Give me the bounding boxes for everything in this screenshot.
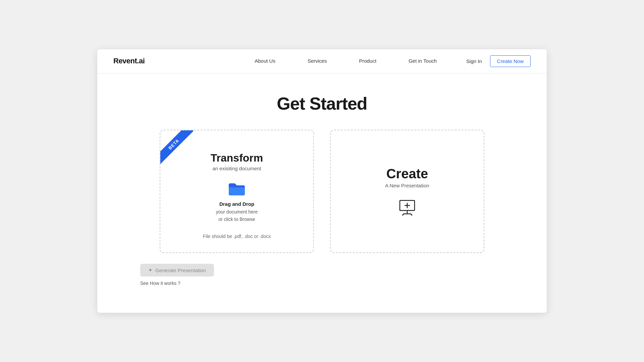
create-title: Create	[386, 166, 428, 181]
page-title: Get Started	[119, 94, 525, 114]
folder-icon	[228, 182, 246, 196]
see-how-link[interactable]: See How it works ?	[140, 281, 180, 286]
svg-line-6	[411, 214, 412, 215]
beta-badge: BETA	[160, 130, 194, 164]
sign-in-button[interactable]: Sign In	[464, 58, 485, 64]
main-content: Get Started BETA Transform an exisiting …	[97, 73, 547, 313]
generate-label: Generate Presentation	[155, 267, 206, 273]
nav-actions: Sign In Create Now	[464, 55, 531, 67]
drag-drop-zone[interactable]: Drag and Drop your document here or clic…	[216, 182, 258, 223]
nav-get-in-touch[interactable]: Get in Touch	[392, 49, 453, 73]
transform-subtitle: an exisiting document	[212, 166, 261, 171]
cards-row: BETA Transform an exisiting document Dra…	[119, 130, 525, 253]
presentation-add-icon	[398, 198, 417, 217]
generate-presentation-button[interactable]: ✦ Generate Presentation	[140, 264, 214, 277]
drag-drop-sub2: or click to Browse	[218, 216, 255, 223]
svg-line-5	[402, 214, 404, 215]
create-now-button[interactable]: Create Now	[490, 55, 531, 67]
logo[interactable]: Revent.ai	[113, 57, 145, 65]
generate-icon: ✦	[148, 267, 153, 273]
bottom-area: ✦ Generate Presentation See How it works…	[119, 264, 525, 286]
transform-card[interactable]: BETA Transform an exisiting document Dra…	[160, 130, 314, 253]
create-subtitle: A New Presentation	[385, 183, 429, 188]
nav-about-us[interactable]: About Us	[238, 49, 291, 73]
nav-links: About Us Services Product Get in Touch	[238, 49, 453, 73]
beta-ribbon: BETA	[160, 130, 197, 167]
drag-drop-label: Drag and Drop	[219, 200, 254, 208]
drag-drop-sub1: your document here	[216, 208, 258, 216]
transform-title: Transform	[211, 152, 263, 164]
create-card[interactable]: Create A New Presentation	[330, 130, 484, 253]
file-types-label: File should be .pdf, .doc or .docx	[203, 234, 271, 239]
nav-product[interactable]: Product	[343, 49, 392, 73]
navbar: Revent.ai About Us Services Product Get …	[97, 49, 547, 73]
nav-services[interactable]: Services	[291, 49, 343, 73]
